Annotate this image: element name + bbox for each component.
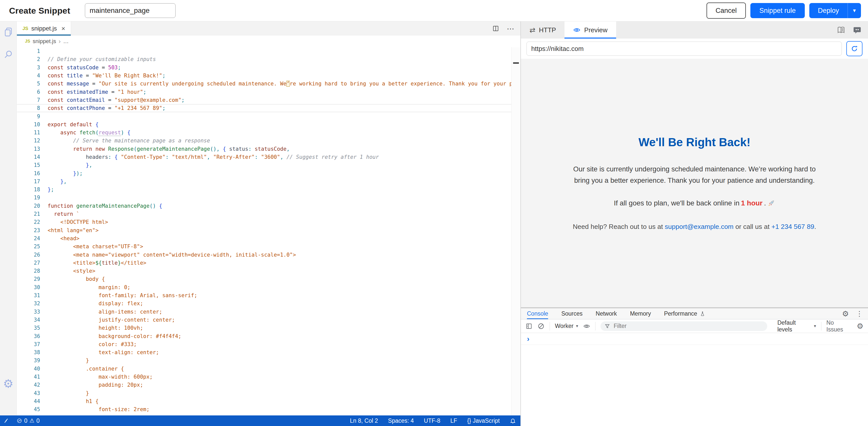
support-email-link[interactable]: support@example.com xyxy=(665,223,734,230)
breadcrumb-file[interactable]: snippet.js xyxy=(33,38,56,45)
code-line[interactable]: 30 margin: 0; xyxy=(17,283,511,291)
code-line[interactable]: 41 max-width: 600px; xyxy=(17,373,511,381)
code-line[interactable]: 14 headers: { "Content-Type": "text/html… xyxy=(17,153,511,161)
eta-line: If all goes to plan, we'll be back onlin… xyxy=(614,199,775,207)
deploy-button[interactable]: Deploy ▾ xyxy=(809,3,861,18)
code-line[interactable]: 43 } xyxy=(17,389,511,397)
devtools-tab-console[interactable]: Console xyxy=(527,308,548,319)
remote-indicator-icon[interactable] xyxy=(3,418,10,424)
close-tab-icon[interactable]: × xyxy=(61,25,65,32)
code-line[interactable]: 4const title = "We'll Be Right Back!"; xyxy=(17,72,511,80)
code-line[interactable]: 23<html lang="en"> xyxy=(17,226,511,234)
code-line[interactable]: 44 h1 { xyxy=(17,397,511,405)
url-input[interactable] xyxy=(526,41,842,56)
devtools-tab-sources[interactable]: Sources xyxy=(561,308,582,319)
problems-indicator[interactable]: 0 ⚠ 0 xyxy=(17,418,39,424)
code-line[interactable]: 27 <title>${title}</title> xyxy=(17,259,511,267)
devtools-tab-performance[interactable]: Performance xyxy=(664,308,705,319)
code-line[interactable]: 25 <meta charset="UTF-8"> xyxy=(17,243,511,251)
code-line[interactable]: 40 .container { xyxy=(17,365,511,373)
tab-snippet-js[interactable]: JS snippet.js × xyxy=(17,22,71,35)
code-line[interactable]: 36 background-color: #f4f4f4; xyxy=(17,332,511,340)
code-line[interactable]: 7const contactEmail = "support@example.c… xyxy=(17,96,511,104)
issues-counter[interactable]: No Issues xyxy=(827,319,851,333)
console-output[interactable]: › xyxy=(521,333,868,426)
code-line[interactable]: 11 async fetch(request) { xyxy=(17,129,511,137)
code-line[interactable]: 26 <meta name="viewport" content="width=… xyxy=(17,251,511,259)
editor-pane: JS snippet.js × ⋯ JS snippet.js › … 12//… xyxy=(17,22,520,416)
devtools-tab-network[interactable]: Network xyxy=(596,308,617,319)
code-line[interactable]: 9 xyxy=(17,112,511,120)
code-line[interactable]: 17 }, xyxy=(17,177,511,186)
cursor-position[interactable]: Ln 8, Col 2 xyxy=(350,418,378,424)
split-editor-icon[interactable] xyxy=(492,25,499,32)
tab-preview[interactable]: Preview xyxy=(564,22,616,38)
code-line[interactable]: 13 return new Response(generateMaintenan… xyxy=(17,145,511,153)
more-actions-icon[interactable]: ⋯ xyxy=(507,24,514,33)
code-line[interactable]: 19 xyxy=(17,194,511,202)
live-expression-eye-icon[interactable] xyxy=(583,323,590,330)
code-line[interactable]: 38 text-align: center; xyxy=(17,348,511,357)
deploy-label[interactable]: Deploy xyxy=(809,7,847,15)
code-line[interactable]: 42 padding: 20px; xyxy=(17,381,511,389)
code-line[interactable]: 6const estimatedTime = "1 hour"; xyxy=(17,88,511,96)
code-line[interactable]: 29 body { xyxy=(17,275,511,283)
code-line[interactable]: 22 <!DOCTYPE html> xyxy=(17,218,511,226)
console-settings-gear-icon[interactable]: ⚙ xyxy=(857,322,864,330)
code-line[interactable]: 24 <head> xyxy=(17,234,511,243)
code-line[interactable]: 35 height: 100vh; xyxy=(17,324,511,332)
devtools-tab-memory[interactable]: Memory xyxy=(630,308,651,319)
code-line[interactable]: 32 display: flex; xyxy=(17,300,511,308)
code-line[interactable]: 2// Define your customizable inputs xyxy=(17,55,511,63)
editor-scrollbar[interactable] xyxy=(511,47,521,416)
code-line[interactable]: 12 // Serve the maintenance page as a re… xyxy=(17,137,511,145)
code-line[interactable]: 45 font-size: 2rem; xyxy=(17,405,511,414)
indentation-setting[interactable]: Spaces: 4 xyxy=(388,418,414,424)
code-line[interactable]: 28 <style> xyxy=(17,267,511,275)
console-prompt-row[interactable]: › xyxy=(521,333,868,345)
log-levels-selector[interactable]: Default levels ▾ xyxy=(777,319,816,333)
code-line[interactable]: 34 justify-content: center; xyxy=(17,316,511,324)
context-selector[interactable]: Worker ▾ xyxy=(555,323,578,330)
tab-http[interactable]: ⇄ HTTP xyxy=(521,22,564,38)
phone-link[interactable]: +1 234 567 89 xyxy=(771,223,814,230)
deploy-caret-icon[interactable]: ▾ xyxy=(848,7,861,14)
code-line[interactable]: 16 }); xyxy=(17,169,511,177)
eol-setting[interactable]: LF xyxy=(451,418,457,424)
code-line[interactable]: 21 return ` xyxy=(17,210,511,218)
discord-icon[interactable] xyxy=(853,26,862,34)
code-line[interactable]: 3const statusCode = 503; xyxy=(17,63,511,72)
code-line[interactable]: 18}; xyxy=(17,186,511,194)
code-line[interactable]: 37 color: #333; xyxy=(17,340,511,348)
cancel-button[interactable]: Cancel xyxy=(707,2,746,19)
code-line[interactable]: 8const contactPhone = "+1 234 567 89"; xyxy=(17,104,511,112)
code-line[interactable]: 10export default { xyxy=(17,120,511,129)
code-line[interactable]: 31 font-family: Arial, sans-serif; xyxy=(17,291,511,300)
code-line[interactable]: 5const message = "Our site is currently … xyxy=(17,80,511,88)
files-icon[interactable] xyxy=(3,26,14,37)
language-mode[interactable]: {} JavaScript xyxy=(467,418,500,424)
devtools-settings-gear-icon[interactable]: ⚙ xyxy=(842,310,849,318)
search-icon[interactable] xyxy=(3,49,14,60)
breadcrumb[interactable]: JS snippet.js › … xyxy=(17,35,520,47)
filter-input[interactable] xyxy=(613,322,763,330)
encoding-setting[interactable]: UTF-8 xyxy=(424,418,440,424)
code-editor[interactable]: 12// Define your customizable inputs3con… xyxy=(17,47,511,416)
code-line[interactable]: 15 }, xyxy=(17,161,511,169)
code-line[interactable]: 1 xyxy=(17,47,511,55)
console-filter[interactable] xyxy=(600,321,767,331)
docs-book-icon[interactable] xyxy=(837,26,845,34)
settings-gear-icon[interactable]: ⚙ xyxy=(3,378,14,389)
devtools-menu-kebab-icon[interactable]: ⋮ xyxy=(856,310,863,318)
clear-console-icon[interactable] xyxy=(537,323,545,330)
code-line[interactable]: 39 } xyxy=(17,357,511,365)
console-sidebar-toggle-icon[interactable] xyxy=(525,323,532,330)
snippet-name-input[interactable] xyxy=(85,3,176,18)
snippet-rule-button[interactable]: Snippet rule xyxy=(750,3,805,18)
code-line[interactable]: 33 align-items: center; xyxy=(17,308,511,316)
breadcrumb-symbol[interactable]: … xyxy=(63,38,69,45)
refresh-button[interactable] xyxy=(846,41,863,56)
code-line[interactable]: 20function generateMaintenancePage() { xyxy=(17,202,511,210)
code-line[interactable]: 46 color: #0056b3; xyxy=(17,414,511,416)
notifications-bell-icon[interactable] xyxy=(510,418,516,424)
